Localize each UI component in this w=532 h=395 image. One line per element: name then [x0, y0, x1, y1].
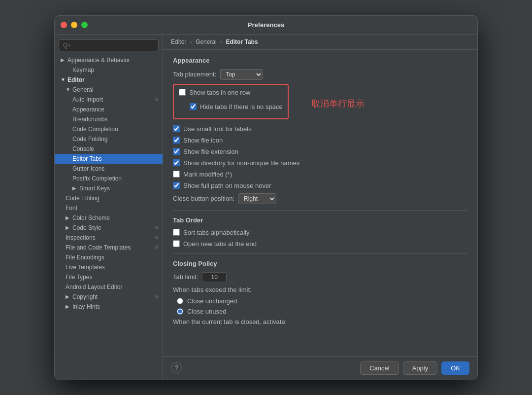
arrow-icon: ▶ — [72, 185, 77, 191]
show-full-path-checkbox[interactable] — [173, 182, 180, 189]
show-file-icon-label: Show file icon — [183, 137, 223, 144]
sidebar-item-label: Appearance & Behavior — [67, 57, 130, 64]
sidebar-item-appearance[interactable]: Appearance — [55, 105, 163, 114]
sidebar-item-breadcrumbs[interactable]: Breadcrumbs — [55, 114, 163, 124]
show-directory-checkbox[interactable] — [173, 159, 180, 166]
sidebar-item-keymap[interactable]: Keymap — [55, 65, 163, 75]
show-file-extension-checkbox[interactable] — [173, 148, 180, 155]
sidebar-item-live-templates[interactable]: Live Templates — [55, 262, 163, 272]
sidebar-item-file-encodings[interactable]: File Encodings — [55, 252, 163, 262]
arrow-icon: ▶ — [61, 57, 66, 63]
sidebar-item-label: Editor — [67, 76, 85, 83]
settings-body: Appearance Tab placement: Top Bottom Lef… — [163, 50, 477, 356]
copy-icon: ⊞ — [154, 224, 159, 231]
sidebar-item-label: Android Layout Editor — [66, 284, 122, 290]
sidebar-item-label: Console — [72, 145, 94, 152]
sidebar-item-editor-tabs[interactable]: Editor Tabs — [55, 154, 163, 164]
hide-tabs-no-space-checkbox[interactable] — [190, 103, 197, 110]
sort-alphabetically-row: Sort tabs alphabetically — [173, 229, 467, 236]
close-button-dropdown[interactable]: Right Left None — [238, 193, 276, 204]
sidebar-item-smart-keys[interactable]: ▶ Smart Keys — [55, 183, 163, 193]
tab-limit-row: Tab limit: — [173, 272, 467, 282]
show-file-extension-row: Show file extension — [173, 148, 467, 155]
apply-button[interactable]: Apply — [403, 361, 438, 375]
help-button[interactable]: ? — [171, 362, 182, 373]
sidebar-item-file-types[interactable]: File Types — [55, 272, 163, 282]
sidebar-item-color-scheme[interactable]: ▶ Color Scheme — [55, 213, 163, 223]
sidebar-item-general[interactable]: ▼ General — [55, 85, 163, 95]
minimize-button[interactable] — [71, 22, 77, 28]
sidebar-item-label: Font — [66, 205, 77, 212]
sidebar-item-console[interactable]: Console — [55, 144, 163, 154]
hide-tabs-row: Hide tabs if there is no space — [179, 103, 283, 110]
close-unused-radio[interactable] — [177, 308, 183, 315]
breadcrumb-part1: Editor — [171, 38, 186, 45]
sidebar-item-label: Code Style — [72, 224, 101, 231]
appearance-section-label: Appearance — [173, 57, 467, 64]
use-small-font-checkbox[interactable] — [173, 125, 180, 132]
highlight-and-annotation: Show tabs in one row Hide tabs if there … — [173, 84, 467, 123]
sidebar-item-inspections[interactable]: Inspections ⊞ — [55, 233, 163, 243]
sidebar-item-label: File and Code Templates — [66, 244, 131, 251]
preferences-dialog: Preferences ▶ Appearance & Behavior Keym… — [54, 15, 478, 380]
sidebar-item-label: Smart Keys — [79, 185, 110, 192]
annotation-text: 取消单行显示 — [311, 98, 365, 109]
search-input[interactable] — [59, 39, 159, 51]
sidebar-item-inlay-hints[interactable]: ▶ Inlay Hints — [55, 302, 163, 312]
breadcrumb-sep1: › — [190, 38, 192, 45]
ok-button[interactable]: OK — [441, 361, 469, 375]
sidebar-item-label: Editor Tabs — [72, 155, 102, 162]
sidebar-item-code-folding[interactable]: Code Folding — [55, 134, 163, 144]
show-tabs-one-row-checkbox[interactable] — [179, 89, 186, 96]
tab-limit-label: Tab limit: — [173, 273, 198, 281]
highlight-box: Show tabs in one row Hide tabs if there … — [173, 84, 289, 119]
sidebar-item-label: Appearance — [72, 106, 104, 113]
tab-placement-dropdown[interactable]: Top Bottom Left Right None — [220, 69, 263, 80]
open-new-end-checkbox[interactable] — [173, 240, 180, 247]
sidebar-item-auto-import[interactable]: Auto Import ⊞ — [55, 95, 163, 105]
sidebar-item-label: Postfix Completion — [72, 175, 122, 182]
sidebar-item-label: Live Templates — [66, 264, 105, 271]
use-small-font-label: Use small font for labels — [183, 125, 252, 133]
tab-limit-input[interactable] — [202, 272, 227, 282]
use-small-font-row: Use small font for labels — [173, 125, 467, 133]
sidebar-item-label: Copyright — [72, 293, 98, 300]
closing-policy-section-label: Closing Policy — [173, 260, 467, 267]
cancel-button[interactable]: Cancel — [360, 361, 399, 375]
sidebar-item-appearance-behavior[interactable]: ▶ Appearance & Behavior — [55, 55, 163, 65]
sidebar-item-file-code-templates[interactable]: File and Code Templates ⊞ — [55, 243, 163, 252]
sidebar-item-code-completion[interactable]: Code Completion — [55, 124, 163, 134]
sidebar-item-label: Color Scheme — [72, 215, 110, 221]
sidebar-item-postfix-completion[interactable]: Postfix Completion — [55, 174, 163, 183]
sidebar-item-font[interactable]: Font — [55, 203, 163, 213]
close-unchanged-label: Close unchanged — [187, 297, 237, 305]
close-button-label: Close button position: — [173, 195, 234, 202]
show-file-icon-checkbox[interactable] — [173, 137, 180, 144]
when-current-closed-label: When the current tab is closed, activate… — [173, 318, 287, 325]
show-tabs-one-row-label: Show tabs in one row — [189, 89, 250, 96]
arrow-icon: ▶ — [66, 304, 70, 309]
sidebar-item-code-style[interactable]: ▶ Code Style ⊞ — [55, 223, 163, 233]
mark-modified-checkbox[interactable] — [173, 171, 180, 178]
sidebar-item-label: Code Editing — [66, 195, 100, 202]
sidebar-item-editor[interactable]: ▼ Editor — [55, 75, 163, 85]
when-current-closed-row: When the current tab is closed, activate… — [173, 318, 467, 325]
maximize-button[interactable] — [81, 22, 88, 28]
sidebar-item-gutter-icons[interactable]: Gutter Icons — [55, 164, 163, 174]
mark-modified-row: Mark modified (*) — [173, 171, 467, 178]
sort-alphabetically-label: Sort tabs alphabetically — [183, 229, 249, 236]
show-full-path-label: Show full path on mouse hover — [183, 182, 271, 189]
sidebar-item-code-editing[interactable]: Code Editing — [55, 193, 163, 203]
close-unchanged-row: Close unchanged — [173, 297, 467, 305]
breadcrumb-part2: General — [196, 38, 217, 45]
sidebar-item-label: Auto Import — [72, 96, 103, 103]
copy-icon: ⊞ — [154, 244, 159, 251]
close-button[interactable] — [61, 22, 67, 28]
sidebar-item-android-layout-editor[interactable]: Android Layout Editor — [55, 282, 163, 292]
sidebar-item-copyright[interactable]: ▶ Copyright ⊞ — [55, 292, 163, 302]
sort-alphabetically-checkbox[interactable] — [173, 229, 180, 236]
show-directory-label: Show directory for non-unique file names — [183, 159, 299, 167]
breadcrumb: Editor › General › Editor Tabs — [163, 35, 477, 50]
close-unchanged-radio[interactable] — [177, 298, 183, 304]
copy-icon: ⊞ — [154, 293, 159, 300]
